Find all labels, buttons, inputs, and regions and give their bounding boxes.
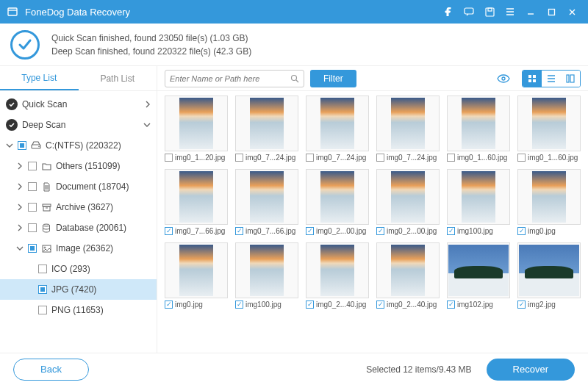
recover-button[interactable]: Recover <box>487 359 575 381</box>
checkbox[interactable] <box>38 265 47 273</box>
thumbnail[interactable] <box>376 242 440 298</box>
thumbnail[interactable] <box>376 96 440 151</box>
image-icon <box>41 245 51 253</box>
file-tile[interactable]: img100.jpg <box>235 242 298 313</box>
checkbox[interactable] <box>28 162 37 170</box>
preview-icon[interactable] <box>494 71 513 87</box>
save-icon[interactable] <box>479 0 500 24</box>
view-grid-icon[interactable] <box>523 71 542 87</box>
file-checkbox[interactable] <box>517 227 526 235</box>
tab-path-list[interactable]: Path List <box>79 66 157 90</box>
file-tile[interactable]: img0_1...60.jpg <box>447 96 510 166</box>
file-checkbox[interactable] <box>306 301 314 309</box>
file-checkbox[interactable] <box>306 227 314 235</box>
tree-label: Document (18704) <box>56 181 129 192</box>
tree-quick-scan[interactable]: Quick Scan <box>0 94 157 115</box>
file-tile[interactable]: img0_7...66.jpg <box>235 169 298 240</box>
checkbox[interactable] <box>28 182 37 191</box>
thumbnail[interactable] <box>447 96 510 151</box>
tree-others[interactable]: Others (151099) <box>0 156 157 176</box>
tree-deep-scan[interactable]: Deep Scan <box>0 115 157 135</box>
tree-png[interactable]: PNG (11653) <box>0 300 157 320</box>
thumbnail[interactable] <box>165 96 228 151</box>
thumbnail[interactable] <box>235 96 298 151</box>
tab-type-list[interactable]: Type List <box>0 66 79 90</box>
tree-jpg[interactable]: JPG (7420) <box>0 279 157 300</box>
tree-image[interactable]: Image (26362) <box>0 238 157 259</box>
checkbox[interactable] <box>38 285 47 294</box>
thumbnail[interactable] <box>306 242 369 298</box>
file-tile[interactable]: img0_7...24.jpg <box>376 96 440 166</box>
file-tile[interactable]: img0_2...40.jpg <box>376 242 440 313</box>
thumbnail[interactable] <box>517 242 581 298</box>
checkbox[interactable] <box>28 244 37 253</box>
checkbox[interactable] <box>28 223 37 232</box>
file-checkbox[interactable] <box>376 301 384 309</box>
close-icon[interactable] <box>562 0 582 24</box>
tree-document[interactable]: Document (18704) <box>0 176 157 197</box>
search-input[interactable] <box>170 74 290 83</box>
view-list-icon[interactable] <box>542 71 561 87</box>
file-checkbox[interactable] <box>447 227 455 235</box>
view-detail-icon[interactable] <box>561 71 580 87</box>
minimize-icon[interactable] <box>520 0 541 24</box>
search-box[interactable] <box>165 70 304 87</box>
file-tile[interactable]: img0_2...40.jpg <box>306 242 369 313</box>
thumbnail[interactable] <box>306 96 369 151</box>
checkbox[interactable] <box>38 306 47 314</box>
file-tile[interactable]: img2.jpg <box>517 242 581 313</box>
svg-rect-2 <box>486 8 494 16</box>
file-tile[interactable]: img102.jpg <box>447 242 510 313</box>
tree-drive[interactable]: C:(NTFS) (220322) <box>0 135 157 156</box>
filter-button[interactable]: Filter <box>310 70 356 87</box>
search-icon[interactable] <box>290 74 299 83</box>
file-checkbox[interactable] <box>376 154 384 162</box>
file-checkbox[interactable] <box>235 154 243 162</box>
checkbox[interactable] <box>18 141 26 150</box>
file-checkbox[interactable] <box>447 301 455 309</box>
file-checkbox[interactable] <box>517 301 526 309</box>
thumbnail[interactable] <box>235 169 298 225</box>
thumbnail[interactable] <box>165 169 228 225</box>
file-tile[interactable]: img0_7...24.jpg <box>235 96 298 166</box>
file-checkbox[interactable] <box>235 301 243 309</box>
file-checkbox[interactable] <box>165 227 173 235</box>
checkbox[interactable] <box>28 203 37 212</box>
file-checkbox[interactable] <box>306 154 314 162</box>
thumbnail[interactable] <box>165 242 228 298</box>
thumbnail[interactable] <box>517 96 581 151</box>
file-tile[interactable]: img0_1...20.jpg <box>165 96 228 166</box>
file-tile[interactable]: img0_7...66.jpg <box>165 169 228 240</box>
thumbnail[interactable] <box>376 169 440 225</box>
maximize-icon[interactable] <box>541 0 562 24</box>
file-checkbox[interactable] <box>165 154 173 162</box>
file-tile[interactable]: img0_1...60.jpg <box>517 96 581 166</box>
svg-rect-19 <box>570 75 574 82</box>
file-checkbox[interactable] <box>165 301 173 309</box>
quick-scan-status: Quick Scan finished, found 23050 file(s)… <box>51 33 251 43</box>
file-checkbox[interactable] <box>517 154 526 162</box>
tree-database[interactable]: Database (20061) <box>0 217 157 238</box>
file-tile[interactable]: img0_2...00.jpg <box>376 169 440 240</box>
file-tile[interactable]: img0.jpg <box>517 169 581 240</box>
file-checkbox[interactable] <box>376 227 384 235</box>
tree-archive[interactable]: Archive (3627) <box>0 197 157 217</box>
thumbnail[interactable] <box>517 169 581 225</box>
file-tile[interactable]: img0_7...24.jpg <box>306 96 369 166</box>
file-checkbox[interactable] <box>447 154 455 162</box>
thumbnail[interactable] <box>447 169 510 225</box>
file-checkbox[interactable] <box>235 227 243 235</box>
file-tile[interactable]: img0.jpg <box>165 242 228 313</box>
file-name: img0_7...24.jpg <box>316 154 366 162</box>
share-facebook-icon[interactable] <box>438 0 459 24</box>
thumbnail[interactable] <box>306 169 369 225</box>
thumbnail[interactable] <box>447 242 510 298</box>
file-tile[interactable]: img100.jpg <box>447 169 510 240</box>
back-button[interactable]: Back <box>13 359 89 381</box>
file-tile[interactable]: img0_2...00.jpg <box>306 169 369 240</box>
menu-icon[interactable] <box>500 0 520 24</box>
thumbnail[interactable] <box>235 242 298 298</box>
feedback-icon[interactable] <box>459 0 479 24</box>
file-name: img0_7...66.jpg <box>175 227 225 235</box>
tree-ico[interactable]: ICO (293) <box>0 259 157 279</box>
